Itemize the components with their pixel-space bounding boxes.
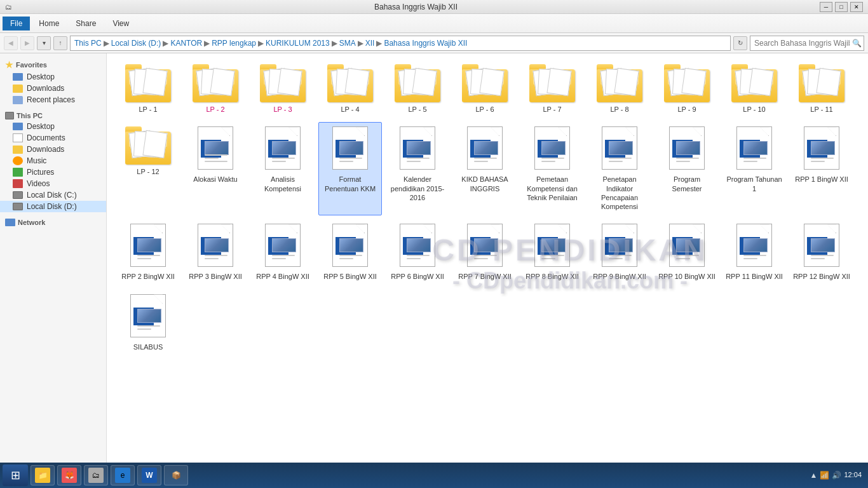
file-label-lp1: LP - 1 (139, 105, 157, 114)
list-item[interactable]: W Pemetaan Kompetensi dan Teknik Penilai… (520, 122, 584, 215)
word-icon-tahunan: W (734, 126, 775, 172)
breadcrumb-localdisk[interactable]: Local Disk (D:) (111, 39, 161, 48)
back-button[interactable]: ◀ (4, 36, 18, 50)
list-item[interactable]: LP - 10 (722, 60, 786, 118)
minimize-button[interactable]: ─ (820, 2, 832, 12)
up-button[interactable]: ↑ (53, 36, 67, 50)
file-label-rpp8: RPP 8 BingW XII (526, 272, 579, 281)
list-item[interactable]: W Program Tahunan 1 (722, 122, 786, 215)
list-item[interactable]: W RPP 11 BingW XII (722, 219, 786, 285)
word-icon-rpp9: W (599, 224, 640, 269)
breadcrumb-sma[interactable]: SMA (339, 39, 356, 48)
file-label-silabus: SILABUS (133, 342, 163, 351)
list-item[interactable]: LP - 4 (318, 60, 382, 118)
list-item[interactable]: W RPP 12 BingW XII (790, 219, 853, 285)
tray-network-icon[interactable]: 📶 (820, 471, 829, 480)
sidebar-item-pictures[interactable]: Pictures (0, 166, 106, 178)
taskbar-firefox-button[interactable]: 🦊 (57, 465, 81, 485)
breadcrumb-kantor[interactable]: KANTOR (170, 39, 202, 48)
breadcrumb-xii[interactable]: XII (365, 39, 375, 48)
search-input[interactable] (754, 39, 850, 48)
word-icon-rpp2: W (128, 224, 168, 269)
taskbar-files-button[interactable]: 🗂 (84, 465, 108, 485)
list-item[interactable]: LP - 9 (655, 60, 719, 118)
start-button[interactable]: ⊞ (3, 464, 28, 486)
list-item[interactable]: W RPP 3 BingW XII (184, 219, 247, 285)
folder-icon-lp4 (327, 64, 373, 102)
thispc-section[interactable]: This PC (0, 109, 106, 121)
list-item[interactable]: W Format Penentuan KKM (318, 122, 382, 215)
list-item[interactable]: W RPP 9 BingW XII (588, 219, 651, 285)
list-item[interactable]: LP - 11 (790, 60, 853, 118)
taskbar-word-button[interactable]: W (137, 465, 161, 485)
list-item[interactable]: W RPP 7 BingW XII (453, 219, 517, 285)
maximize-button[interactable]: □ (835, 2, 848, 12)
forward-button[interactable]: ▶ (20, 36, 34, 50)
list-item[interactable]: W Penetapan Indikator Pencapaian Kompete… (588, 122, 651, 215)
list-item[interactable]: W RPP 2 BingW XII (116, 219, 180, 285)
file-label-kalender: Kalender pendidikan 2015-2016 (389, 175, 446, 202)
close-button[interactable]: ✕ (850, 2, 863, 12)
word-icon-analisis: W (262, 126, 303, 172)
list-item[interactable]: W RPP 10 BingW XII (655, 219, 719, 285)
list-item[interactable]: W SILABUS (116, 290, 180, 356)
folder-icon-lp11 (799, 64, 844, 102)
list-item[interactable]: LP - 6 (453, 60, 517, 118)
list-item[interactable]: W Program Semester (655, 122, 719, 215)
file-label-lp7: LP - 7 (543, 105, 561, 114)
breadcrumb-thispc[interactable]: This PC (74, 39, 102, 48)
sidebar-item-desktop[interactable]: Desktop (0, 121, 106, 132)
list-item[interactable]: LP - 7 (520, 60, 584, 118)
list-item[interactable]: W Kalender pendidikan 2015-2016 (386, 122, 449, 215)
list-item[interactable]: W RPP 6 BingW XII (386, 219, 449, 285)
list-item[interactable]: LP - 12 (116, 122, 180, 215)
sidebar-item-documents[interactable]: Documents (0, 132, 106, 144)
file-label-lp8: LP - 8 (610, 105, 628, 114)
sidebar-item-videos[interactable]: Videos (0, 178, 106, 189)
word-icon-rpp11: W (734, 224, 775, 269)
list-item[interactable]: W RPP 1 BingW XII (790, 122, 853, 215)
tray-arrow-icon[interactable]: ▲ (810, 471, 818, 480)
list-item[interactable]: LP - 8 (588, 60, 651, 118)
list-item[interactable]: LP - 3 (251, 60, 315, 118)
list-item[interactable]: W RPP 4 BingW XII (251, 219, 315, 285)
taskbar-ie-button[interactable]: e (111, 465, 135, 485)
network-section[interactable]: Network (0, 216, 106, 227)
list-item[interactable]: W Analisis Kompetensi (251, 122, 315, 215)
list-item[interactable]: W Alokasi Waktu (184, 122, 247, 215)
ribbon-tab-home[interactable]: Home (31, 17, 67, 30)
ribbon-tab-file[interactable]: File (3, 17, 30, 30)
sidebar-item-recent[interactable]: Recent places (0, 94, 106, 105)
word-icon-kikd: W (465, 126, 505, 172)
list-item[interactable]: W KIKD BAHASA INGGRIS (453, 122, 517, 215)
taskbar-winrar-button[interactable]: 📦 (164, 465, 188, 485)
list-item[interactable]: W RPP 5 BingW XII (318, 219, 382, 285)
sidebar-item-desktop-fav[interactable]: Desktop (0, 71, 106, 83)
breadcrumb-rpplengkap[interactable]: RPP lengkap (212, 39, 256, 48)
list-item[interactable]: LP - 5 (386, 60, 449, 118)
favorites-section[interactable]: ★ Favorites (0, 57, 106, 71)
taskbar-explorer-button[interactable]: 📁 (31, 465, 55, 485)
address-box[interactable]: This PC ▶ Local Disk (D:) ▶ KANTOR ▶ RPP… (70, 36, 731, 51)
ribbon-tab-view[interactable]: View (105, 17, 137, 30)
sidebar-item-downloads-fav[interactable]: Downloads (0, 83, 106, 94)
breadcrumb-kurikulum[interactable]: KURIKULUM 2013 (266, 39, 330, 48)
file-label-rpp6: RPP 6 BingW XII (391, 272, 444, 281)
sidebar-item-locald[interactable]: Local Disk (D:) (0, 201, 106, 212)
down-arrow-button[interactable]: ▾ (37, 36, 51, 50)
list-item[interactable]: LP - 1 (116, 60, 180, 118)
sidebar-item-downloads[interactable]: Downloads (0, 144, 106, 155)
list-item[interactable]: W RPP 8 BingW XII (520, 219, 584, 285)
sidebar-item-music[interactable]: Music (0, 155, 106, 166)
refresh-button[interactable]: ↻ (733, 36, 747, 50)
search-box[interactable]: 🔍 (750, 36, 864, 51)
breadcrumb-current[interactable]: Bahasa Inggris Wajib XII (384, 39, 467, 48)
sidebar-item-localc[interactable]: Local Disk (C:) (0, 189, 106, 201)
list-item[interactable]: LP - 2 (184, 60, 247, 118)
tray-volume-icon[interactable]: 🔊 (832, 471, 841, 480)
file-label-lp9: LP - 9 (677, 105, 696, 114)
ribbon-tab-share[interactable]: Share (68, 17, 104, 30)
clock-time: 12:04 (844, 470, 862, 480)
star-icon: ★ (5, 60, 13, 70)
clock[interactable]: 12:04 (844, 470, 862, 480)
